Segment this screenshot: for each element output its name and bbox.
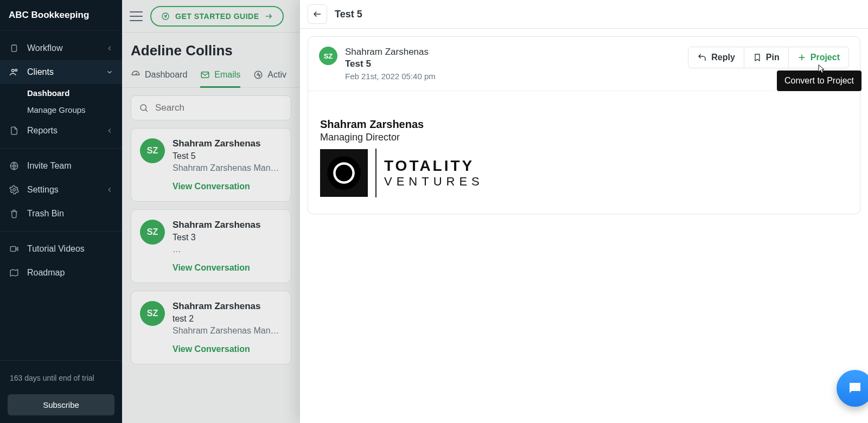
avatar: SZ	[140, 138, 165, 163]
video-icon	[9, 243, 20, 254]
email-card[interactable]: SZ Shahram Zarshenas Test 3 … View Conve…	[131, 209, 291, 283]
tab-label: Dashboard	[145, 70, 187, 80]
svg-point-6	[162, 13, 169, 20]
clients-submenu: Dashboard Manage Groups	[0, 84, 122, 119]
sidebar-item-workflow[interactable]: Workflow	[0, 36, 122, 60]
compass-icon	[161, 12, 170, 21]
sidebar-item-label: Roadmap	[27, 268, 65, 278]
search-input[interactable]	[155, 102, 283, 113]
gauge-icon	[131, 70, 141, 80]
email-subject: Test 3	[173, 233, 282, 242]
menu-toggle-icon[interactable]	[130, 11, 143, 21]
email-from: Shahram Zarshenas	[173, 301, 282, 312]
tab-emails[interactable]: Emails	[200, 65, 240, 87]
sidebar-nav: Workflow Clients Dashboard Manage Groups	[0, 31, 122, 355]
get-started-button[interactable]: GET STARTED GUIDE	[150, 6, 284, 27]
sidebar-item-label: Clients	[27, 67, 54, 77]
message-card: SZ Shahram Zarshenas Test 5 Feb 21st, 20…	[308, 36, 860, 214]
signature-title: Managing Director	[320, 132, 848, 143]
tab-label: Emails	[214, 70, 240, 80]
chevron-left-icon	[106, 186, 113, 194]
message-date: Feb 21st, 2022 05:40 pm	[345, 72, 436, 81]
sidebar-item-trash[interactable]: Trash Bin	[0, 202, 122, 226]
sidebar: ABC Bookkeeping Workflow Clients	[0, 0, 122, 423]
email-preview: Shahram Zarshenas Managing Director	[173, 326, 282, 336]
svg-point-2	[15, 69, 17, 71]
back-button[interactable]	[308, 4, 327, 24]
svg-rect-0	[12, 45, 17, 52]
client-name-heading: Adeline Collins	[122, 33, 300, 65]
sidebar-item-label: Reports	[27, 126, 58, 136]
message-body: Shahram Zarshenas Managing Director TOTA…	[308, 91, 860, 214]
email-from: Shahram Zarshenas	[173, 220, 282, 230]
svg-point-11	[141, 105, 146, 111]
avatar: SZ	[140, 220, 165, 245]
bookmark-icon	[753, 53, 762, 62]
email-subject: test 2	[173, 314, 282, 324]
sidebar-item-label: Settings	[27, 185, 59, 195]
sidebar-item-label: Invite Team	[27, 161, 72, 171]
reply-button[interactable]: Reply	[688, 47, 744, 68]
logo-text-bottom: VENTURES	[384, 175, 484, 189]
svg-point-1	[12, 69, 15, 72]
panel-title: Test 5	[335, 9, 362, 20]
sidebar-item-label: Tutorial Videos	[27, 244, 85, 254]
search-icon	[139, 103, 149, 113]
brand-title: ABC Bookkeeping	[0, 0, 122, 31]
chevron-down-icon	[106, 68, 113, 76]
reply-label: Reply	[711, 53, 735, 62]
pin-button[interactable]: Pin	[744, 47, 789, 68]
svg-line-12	[145, 110, 148, 112]
sidebar-item-label: Workflow	[27, 43, 63, 53]
message-actions: Reply Pin Project	[688, 47, 849, 68]
message-from: Shahram Zarshenas	[345, 47, 436, 57]
email-card[interactable]: SZ Shahram Zarshenas Test 5 Shahram Zars…	[131, 128, 291, 202]
subscribe-button[interactable]: Subscribe	[8, 394, 114, 415]
sidebar-item-tutorial-videos[interactable]: Tutorial Videos	[0, 237, 122, 261]
view-conversation-link[interactable]: View Conversation	[173, 182, 282, 191]
search-input-wrap[interactable]	[131, 95, 291, 120]
trash-icon	[9, 208, 20, 219]
top-bar: GET STARTED GUIDE	[122, 0, 300, 33]
sidebar-sub-dashboard[interactable]: Dashboard	[27, 88, 122, 98]
sidebar-item-roadmap[interactable]: Roadmap	[0, 261, 122, 285]
sidebar-item-settings[interactable]: Settings	[0, 178, 122, 202]
view-conversation-link[interactable]: View Conversation	[173, 344, 282, 354]
email-subject: Test 5	[173, 151, 282, 161]
chevron-left-icon	[106, 44, 113, 52]
avatar: SZ	[140, 301, 165, 326]
sidebar-item-clients[interactable]: Clients	[0, 60, 122, 84]
chevron-left-icon	[106, 127, 113, 134]
activity-icon	[253, 70, 263, 80]
email-card[interactable]: SZ Shahram Zarshenas test 2 Shahram Zars…	[131, 291, 291, 364]
globe-icon	[9, 161, 20, 171]
svg-rect-5	[10, 247, 16, 252]
tab-activity[interactable]: Activ	[253, 65, 286, 87]
tab-dashboard[interactable]: Dashboard	[131, 65, 187, 87]
view-conversation-link[interactable]: View Conversation	[173, 263, 282, 273]
signature-logo: TOTALITY VENTURES	[320, 149, 848, 197]
avatar: SZ	[319, 47, 337, 65]
plus-icon	[797, 53, 806, 62]
sidebar-item-invite-team[interactable]: Invite Team	[0, 154, 122, 178]
email-preview: Shahram Zarshenas Managing Director	[173, 163, 282, 173]
chat-fab[interactable]	[837, 370, 868, 407]
chat-icon	[847, 380, 863, 396]
svg-point-4	[13, 189, 16, 191]
divider	[0, 360, 122, 361]
sidebar-item-reports[interactable]: Reports	[0, 119, 122, 143]
sidebar-sub-manage-groups[interactable]: Manage Groups	[27, 105, 122, 114]
sidebar-item-label: Trash Bin	[27, 209, 64, 219]
users-icon	[9, 67, 20, 78]
email-list: SZ Shahram Zarshenas Test 5 Shahram Zars…	[122, 128, 300, 373]
divider	[0, 148, 122, 149]
logo-text-top: TOTALITY	[384, 157, 484, 175]
get-started-label: GET STARTED GUIDE	[175, 12, 259, 21]
project-label: Project	[810, 53, 840, 62]
tab-label: Activ	[267, 70, 286, 80]
divider	[0, 231, 122, 232]
project-button[interactable]: Project	[789, 47, 849, 68]
message-subject: Test 5	[345, 59, 436, 69]
client-tabs: Dashboard Emails Activ	[122, 65, 300, 88]
email-preview: …	[173, 245, 282, 254]
